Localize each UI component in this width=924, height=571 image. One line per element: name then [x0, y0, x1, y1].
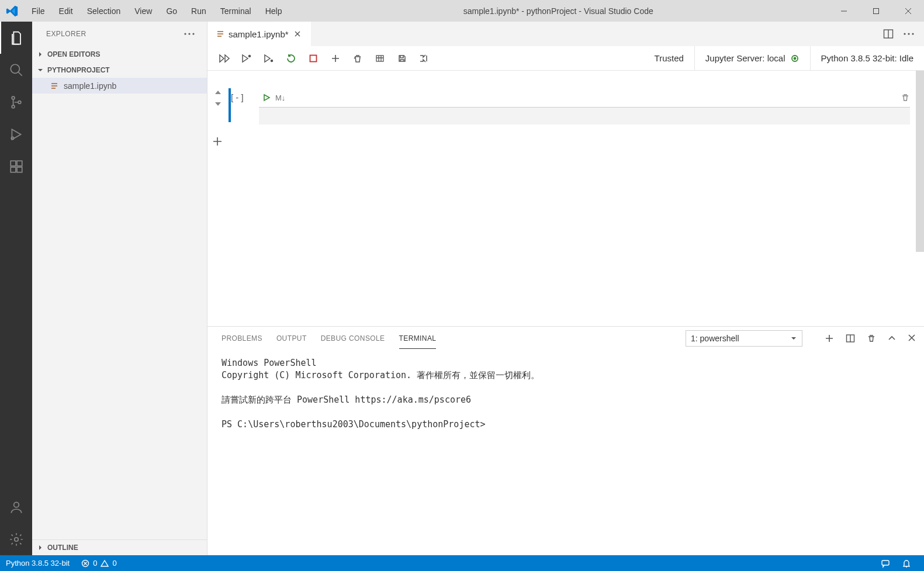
restart-kernel-icon[interactable] [280, 46, 302, 71]
cell-input[interactable] [259, 107, 910, 124]
svg-point-17 [908, 33, 909, 34]
svg-point-24 [794, 57, 795, 59]
minimize-button[interactable] [828, 0, 860, 22]
outline-label: Outline [47, 544, 78, 552]
project-label: PYTHONPROJECT [47, 66, 110, 74]
terminal-output[interactable]: Windows PowerShell Copyright (C) Microso… [207, 350, 924, 555]
maximize-button[interactable] [860, 0, 892, 22]
svg-point-13 [188, 33, 190, 34]
panel-maximize-icon[interactable] [888, 334, 896, 343]
terminal-selector[interactable]: 1: powershell [686, 330, 802, 347]
search-icon[interactable] [0, 54, 32, 86]
svg-rect-21 [310, 55, 317, 61]
cell-execution-label: [ - ] [231, 88, 259, 124]
kill-terminal-icon[interactable] [867, 334, 876, 343]
vscode-logo [0, 5, 25, 18]
svg-point-19 [249, 55, 251, 57]
svg-rect-0 [873, 8, 878, 13]
project-section[interactable]: PYTHONPROJECT [32, 62, 207, 78]
add-cell-icon[interactable] [324, 46, 347, 71]
svg-rect-9 [17, 161, 22, 166]
panel-tab-problems[interactable]: Problems [222, 328, 262, 348]
run-debug-icon[interactable] [0, 118, 32, 150]
notebook-scrollbar[interactable] [916, 71, 924, 326]
close-button[interactable] [892, 0, 924, 22]
move-cell-up-icon[interactable] [214, 88, 222, 96]
open-editors-label: Open Editors [47, 50, 100, 58]
svg-point-2 [12, 96, 15, 99]
file-item-sample1[interactable]: sample1.ipynb [32, 78, 207, 94]
status-errors-warnings[interactable]: 0 0 [75, 555, 122, 571]
explorer-actions-icon[interactable] [181, 30, 198, 38]
svg-point-1 [11, 64, 19, 73]
tab-label: sample1.ipynb* [229, 29, 289, 39]
clear-output-icon[interactable] [347, 46, 369, 71]
svg-point-4 [18, 101, 21, 103]
menu-edit[interactable]: Edit [52, 2, 80, 20]
explorer-icon[interactable] [0, 22, 32, 54]
svg-point-5 [11, 137, 13, 139]
status-bell-icon[interactable] [896, 555, 917, 571]
notebook-body: [ - ] M↓ [207, 71, 924, 326]
new-terminal-icon[interactable] [825, 334, 834, 343]
editor-actions [874, 22, 924, 46]
menu-selection[interactable]: Selection [80, 2, 128, 20]
menu-terminal[interactable]: Terminal [213, 2, 258, 20]
explorer-header: Explorer [32, 22, 207, 46]
split-editor-icon[interactable] [883, 29, 894, 39]
svg-rect-22 [376, 56, 383, 61]
explorer-sidebar: Explorer Open Editors PYTHONPROJECT samp… [32, 22, 207, 555]
title-bar: File Edit Selection View Go Run Terminal… [0, 0, 924, 22]
svg-point-18 [912, 33, 913, 34]
run-below-icon[interactable] [258, 46, 280, 71]
variables-icon[interactable] [369, 46, 391, 71]
accounts-icon[interactable] [0, 491, 32, 523]
tab-sample1[interactable]: sample1.ipynb* [207, 22, 312, 46]
delete-cell-icon[interactable] [901, 93, 910, 102]
move-cell-down-icon[interactable] [214, 100, 222, 108]
save-icon[interactable] [391, 46, 413, 71]
window-controls [828, 0, 924, 22]
markdown-toggle[interactable]: M↓ [275, 94, 285, 102]
menu-go[interactable]: Go [159, 2, 184, 20]
outline-section[interactable]: Outline [32, 539, 207, 555]
python-interpreter-status[interactable]: Python 3.8.5 32-bit: Idle [810, 46, 924, 71]
extensions-icon[interactable] [0, 150, 32, 182]
status-python[interactable]: Python 3.8.5 32-bit [0, 555, 75, 571]
svg-point-11 [14, 537, 18, 541]
settings-gear-icon[interactable] [0, 523, 32, 555]
panel-close-icon[interactable] [908, 334, 916, 343]
panel-tab-terminal[interactable]: Terminal [399, 328, 437, 349]
explorer-title: Explorer [46, 30, 86, 38]
server-link-icon [790, 54, 800, 63]
editor-more-icon[interactable] [903, 32, 915, 36]
panel-tab-output[interactable]: Output [276, 328, 307, 348]
notebook-toolbar: Trusted Jupyter Server: local Python 3.8… [207, 46, 924, 71]
file-name: sample1.ipynb [64, 81, 116, 91]
activity-bar [0, 22, 32, 555]
split-terminal-icon[interactable] [846, 334, 855, 343]
jupyter-server-status[interactable]: Jupyter Server: local [694, 46, 810, 71]
code-cell[interactable]: [ - ] M↓ [207, 71, 924, 124]
interrupt-kernel-icon[interactable] [302, 46, 324, 71]
svg-rect-8 [17, 167, 22, 172]
status-bar: Python 3.8.5 32-bit 0 0 [0, 555, 924, 571]
open-editors-section[interactable]: Open Editors [32, 46, 207, 62]
run-above-icon[interactable] [236, 46, 258, 71]
tab-close-icon[interactable] [292, 29, 303, 39]
menu-run[interactable]: Run [184, 2, 213, 20]
panel: Problems Output Debug Console Terminal 1… [207, 326, 924, 555]
status-feedback-icon[interactable] [875, 555, 896, 571]
run-cell-icon[interactable] [262, 94, 271, 102]
svg-point-14 [192, 33, 194, 34]
menu-file[interactable]: File [25, 2, 52, 20]
trusted-status[interactable]: Trusted [644, 46, 694, 71]
run-all-icon[interactable] [213, 46, 236, 71]
panel-tab-debug-console[interactable]: Debug Console [321, 328, 385, 348]
add-cell-below-icon[interactable] [207, 124, 924, 147]
menu-view[interactable]: View [127, 2, 159, 20]
export-icon[interactable] [413, 46, 435, 71]
menu-help[interactable]: Help [258, 2, 289, 20]
source-control-icon[interactable] [0, 86, 32, 118]
svg-rect-6 [11, 161, 16, 166]
